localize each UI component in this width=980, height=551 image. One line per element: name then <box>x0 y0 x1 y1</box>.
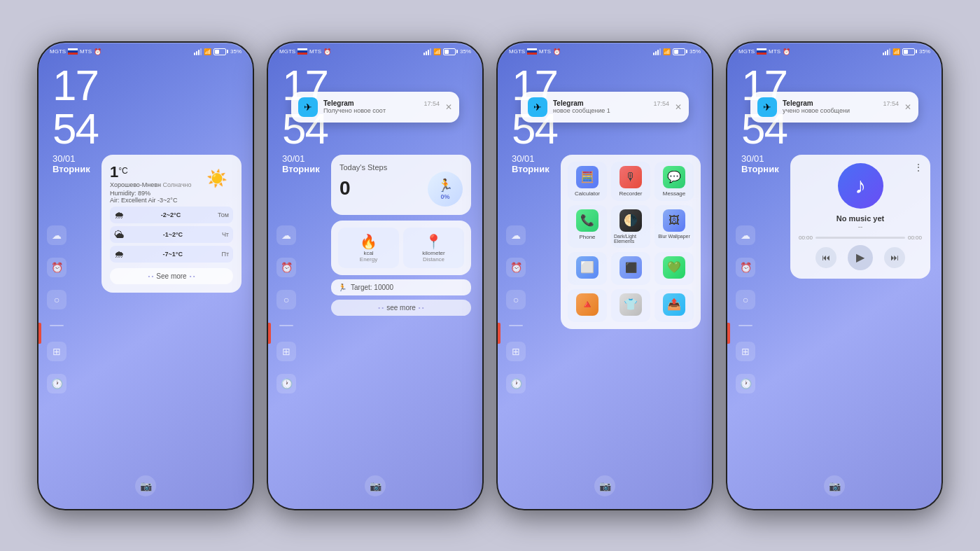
forecast-row-2: 🌥 -1~2°C Чт <box>110 226 233 243</box>
next-button[interactable]: ⏭ <box>884 247 905 268</box>
sidebar-alarm-icon-4[interactable]: ⏰ <box>736 258 755 277</box>
red-indicator-3 <box>498 323 500 344</box>
phone-label: Phone <box>579 234 595 240</box>
music-progress-bar: 00:00 00:00 <box>799 235 922 241</box>
temp-1: -2~2°C <box>161 211 181 218</box>
sidebar-divider <box>50 325 64 326</box>
camera-icon[interactable]: 📷 <box>135 475 156 496</box>
sidebar-apps-icon-4[interactable]: ⊞ <box>736 342 755 361</box>
apps-grid: 🧮 Calculator 🎙 Recorder 💬 Message 📞 Phon… <box>561 155 701 329</box>
air-label: Air: Excellent Air -3~2°C <box>110 197 233 204</box>
sidebar-cloud-icon[interactable]: ☁ <box>47 225 66 245</box>
see-more-steps-button[interactable]: • • see more • • <box>331 300 471 316</box>
target-row: 🏃 Target: 10000 <box>331 279 471 295</box>
notif-title-4: Telegram <box>783 99 813 107</box>
app-shirt[interactable]: 👕 <box>611 289 650 322</box>
app-square-blue[interactable]: ⬜ <box>568 252 607 285</box>
steps-widget: Today's Steps 0 🏃 0% 🔥 kcal Energy 📍 kil… <box>331 155 471 316</box>
battery-icon-2 <box>443 48 458 55</box>
battery-icon <box>214 48 228 55</box>
sidebar-cloud-icon-4[interactable]: ☁ <box>736 225 755 245</box>
flag-icon <box>68 48 78 55</box>
dots-left-2: • • <box>378 305 384 311</box>
sidebar-apps-icon-3[interactable]: ⊞ <box>506 342 526 361</box>
sidebar-circle-icon[interactable]: ○ <box>47 290 66 309</box>
red-indicator <box>38 323 41 344</box>
temp-3: -7~1°C <box>163 251 183 258</box>
message-label: Message <box>663 190 685 197</box>
sidebar-cloud-icon-3[interactable]: ☁ <box>506 225 526 245</box>
alarm-icon: ⏰ <box>94 48 102 55</box>
send-icon: 📤 <box>663 293 685 316</box>
sidebar-alarm-icon-3[interactable]: ⏰ <box>506 258 526 277</box>
camera-icon-4[interactable]: 📷 <box>824 475 845 496</box>
sidebar-apps-icon-2[interactable]: ⊞ <box>276 342 296 361</box>
sun-icon: ☀️ <box>206 169 227 188</box>
notif-close-3[interactable]: ✕ <box>675 102 682 112</box>
prev-button[interactable]: ⏮ <box>816 247 836 268</box>
red-indicator-4 <box>727 323 730 344</box>
notif-text-2: Получено новое сooт <box>323 107 407 114</box>
music-track-bar[interactable] <box>816 237 905 239</box>
app-scan[interactable]: ⬛ <box>611 252 650 285</box>
telegram-icon-4: ✈ <box>757 97 777 117</box>
app-phone[interactable]: 📞 Phone <box>568 205 607 248</box>
notif-content-4: Telegram 17:54 учено новое сообщени <box>783 99 899 114</box>
sidebar-apps-icon[interactable]: ⊞ <box>47 342 66 361</box>
day-2: Чт <box>222 231 229 238</box>
sidebar-clock-icon-3[interactable]: 🕐 <box>506 374 526 393</box>
camera-icon-2[interactable]: 📷 <box>365 475 386 496</box>
sidebar-circle-icon-3[interactable]: ○ <box>506 290 526 309</box>
app-message[interactable]: 💬 Message <box>654 162 694 201</box>
signal-icon <box>194 48 202 55</box>
status-right-4: 📶 35% <box>883 48 930 55</box>
battery-label: 35% <box>230 48 241 55</box>
network-label-3: MTS <box>539 48 551 55</box>
phone-4: MGTS MTS ⏰ 📶 35% ✈ Telegram 17:54 учено … <box>726 41 943 510</box>
sidebar-alarm-icon[interactable]: ⏰ <box>47 258 66 277</box>
sidebar-clock-icon[interactable]: 🕐 <box>47 374 66 393</box>
sidebar-clock-icon-2[interactable]: 🕐 <box>276 374 296 393</box>
recorder-icon: 🎙 <box>620 166 642 188</box>
steps-circle: 🏃 0% <box>428 172 463 207</box>
sidebar-clock-icon-4[interactable]: 🕐 <box>736 374 755 393</box>
music-note-icon: ♪ <box>855 173 866 199</box>
battery-icon-3 <box>673 48 687 55</box>
camera-icon-3[interactable]: 📷 <box>594 475 615 496</box>
kcal-label: kcal <box>344 250 393 256</box>
wifi-icon-2: 📶 <box>433 48 441 55</box>
notif-close-4[interactable]: ✕ <box>904 102 911 112</box>
sidebar-circle-icon-4[interactable]: ○ <box>736 290 755 309</box>
temp-2: -1~2°C <box>163 231 183 238</box>
notif-close-2[interactable]: ✕ <box>445 102 452 112</box>
app-blur[interactable]: 🖼 Blur Wallpaper <box>654 205 694 248</box>
message-icon: 💬 <box>663 166 685 188</box>
calculator-label: Calculator <box>575 190 600 197</box>
carrier-label-2: MGTS <box>279 48 295 55</box>
play-button[interactable]: ▶ <box>848 245 873 270</box>
sidebar-alarm-icon-2[interactable]: ⏰ <box>276 258 296 277</box>
steps-count: 0 <box>340 178 351 200</box>
energy-card: 🔥 kcal Energy 📍 kilometer Distance <box>331 221 471 275</box>
dots-right: • • <box>190 273 195 279</box>
alarm-icon-3: ⏰ <box>553 48 561 55</box>
notif-time-2: 17:54 <box>424 100 440 107</box>
music-app-logo: ♪ <box>838 163 883 209</box>
clock-hour-1: 17 <box>52 64 239 107</box>
app-dark-light[interactable]: 🌗 Dark/Light Elements <box>611 205 650 248</box>
app-recorder[interactable]: 🎙 Recorder <box>611 162 650 201</box>
app-send[interactable]: 📤 <box>654 289 694 322</box>
darklight-icon: 🌗 <box>620 209 642 232</box>
app-whatsapp[interactable]: 💚 <box>654 252 694 285</box>
phone-icon: 📞 <box>576 209 598 232</box>
flag-icon-3 <box>527 48 537 55</box>
app-poly[interactable]: 🔺 <box>568 289 607 322</box>
app-calculator[interactable]: 🧮 Calculator <box>568 162 607 201</box>
more-options-icon[interactable]: ⋮ <box>913 162 923 173</box>
sidebar-circle-icon-2[interactable]: ○ <box>276 290 296 309</box>
status-left-1: MGTS MTS ⏰ <box>50 48 102 55</box>
sidebar-cloud-icon-2[interactable]: ☁ <box>276 225 296 245</box>
wifi-icon: 📶 <box>204 48 211 55</box>
steps-row: 0 🏃 0% <box>340 172 463 207</box>
see-more-button[interactable]: • • See more • • <box>110 268 233 284</box>
